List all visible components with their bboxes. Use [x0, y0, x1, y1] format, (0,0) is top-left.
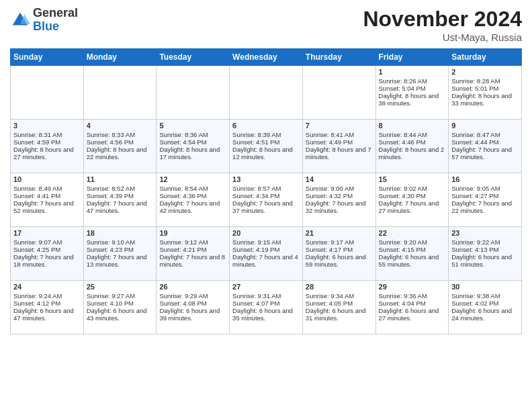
- sunset-text: Sunset: 4:27 PM: [451, 192, 519, 199]
- sunrise-text: Sunrise: 9:34 AM: [306, 292, 373, 300]
- location: Ust-Maya, Russia: [363, 32, 522, 43]
- calendar-cell: 10Sunrise: 8:49 AMSunset: 4:41 PMDayligh…: [11, 173, 84, 227]
- calendar-week-5: 24Sunrise: 9:24 AMSunset: 4:12 PMDayligh…: [11, 281, 522, 334]
- day-number: 10: [13, 175, 81, 183]
- calendar-cell: 7Sunrise: 8:41 AMSunset: 4:49 PMDaylight…: [302, 120, 375, 173]
- calendar-cell: 8Sunrise: 8:44 AMSunset: 4:46 PMDaylight…: [375, 120, 449, 173]
- day-number: 24: [13, 283, 81, 291]
- sunset-text: Sunset: 4:32 PM: [306, 192, 373, 199]
- sunrise-text: Sunrise: 8:44 AM: [379, 131, 446, 138]
- calendar-cell: [230, 66, 303, 120]
- calendar-cell: 18Sunrise: 9:10 AMSunset: 4:23 PMDayligh…: [83, 227, 157, 281]
- sunset-text: Sunset: 4:04 PM: [379, 300, 446, 307]
- day-number: 22: [379, 229, 446, 237]
- day-number: 18: [87, 229, 154, 237]
- col-saturday: Saturday: [449, 49, 522, 66]
- sunrise-text: Sunrise: 8:31 AM: [13, 131, 81, 138]
- sunrise-text: Sunrise: 9:07 AM: [13, 238, 81, 246]
- month-title: November 2024: [363, 7, 522, 32]
- sunrise-text: Sunrise: 8:41 AM: [306, 131, 373, 138]
- daylight-text: Daylight: 7 hours and 32 minutes.: [306, 199, 373, 214]
- day-number: 3: [13, 122, 81, 130]
- calendar-cell: 25Sunrise: 9:27 AMSunset: 4:10 PMDayligh…: [83, 281, 157, 334]
- sunrise-text: Sunrise: 8:28 AM: [451, 77, 519, 85]
- calendar-cell: 6Sunrise: 8:39 AMSunset: 4:51 PMDaylight…: [230, 120, 303, 173]
- sunset-text: Sunset: 4:19 PM: [232, 246, 300, 253]
- daylight-text: Daylight: 6 hours and 27 minutes.: [379, 307, 446, 322]
- sunrise-text: Sunrise: 9:36 AM: [379, 292, 446, 300]
- sunset-text: Sunset: 4:49 PM: [306, 138, 373, 146]
- daylight-text: Daylight: 6 hours and 59 minutes.: [306, 253, 373, 268]
- day-number: 20: [232, 229, 300, 237]
- daylight-text: Daylight: 8 hours and 2 minutes.: [379, 146, 446, 161]
- sunset-text: Sunset: 4:08 PM: [159, 300, 226, 307]
- sunrise-text: Sunrise: 9:24 AM: [13, 292, 81, 300]
- sunset-text: Sunset: 4:10 PM: [87, 300, 154, 307]
- daylight-text: Daylight: 8 hours and 27 minutes.: [13, 146, 81, 161]
- sunrise-text: Sunrise: 8:33 AM: [87, 131, 154, 138]
- calendar-cell: 27Sunrise: 9:31 AMSunset: 4:07 PMDayligh…: [230, 281, 303, 334]
- sunset-text: Sunset: 4:30 PM: [379, 192, 446, 199]
- daylight-text: Daylight: 7 hours and 8 minutes.: [159, 253, 226, 268]
- sunrise-text: Sunrise: 9:17 AM: [306, 238, 373, 246]
- calendar-header-row: Sunday Monday Tuesday Wednesday Thursday…: [11, 49, 522, 66]
- daylight-text: Daylight: 8 hours and 7 minutes.: [306, 146, 373, 161]
- sunset-text: Sunset: 4:05 PM: [306, 300, 373, 307]
- sunrise-text: Sunrise: 9:02 AM: [379, 185, 446, 192]
- calendar-cell: 21Sunrise: 9:17 AMSunset: 4:17 PMDayligh…: [302, 227, 375, 281]
- calendar-cell: 15Sunrise: 9:02 AMSunset: 4:30 PMDayligh…: [375, 173, 449, 227]
- col-tuesday: Tuesday: [157, 49, 230, 66]
- daylight-text: Daylight: 7 hours and 52 minutes.: [13, 199, 81, 214]
- daylight-text: Daylight: 7 hours and 42 minutes.: [159, 199, 226, 214]
- calendar-cell: [302, 66, 375, 120]
- sunset-text: Sunset: 4:23 PM: [87, 246, 154, 253]
- daylight-text: Daylight: 7 hours and 18 minutes.: [13, 253, 81, 268]
- calendar-cell: 16Sunrise: 9:05 AMSunset: 4:27 PMDayligh…: [449, 173, 522, 227]
- calendar-table: Sunday Monday Tuesday Wednesday Thursday…: [10, 48, 522, 334]
- logo-icon: [10, 10, 30, 30]
- calendar-cell: 12Sunrise: 8:54 AMSunset: 4:36 PMDayligh…: [157, 173, 230, 227]
- sunrise-text: Sunrise: 8:26 AM: [379, 77, 446, 85]
- sunrise-text: Sunrise: 9:05 AM: [451, 185, 519, 192]
- col-monday: Monday: [83, 49, 157, 66]
- calendar-cell: [11, 66, 84, 120]
- sunset-text: Sunset: 4:07 PM: [232, 300, 300, 307]
- day-number: 7: [306, 122, 373, 130]
- sunrise-text: Sunrise: 9:00 AM: [306, 185, 373, 192]
- sunrise-text: Sunrise: 9:22 AM: [451, 238, 519, 246]
- day-number: 9: [451, 122, 519, 130]
- calendar-cell: 1Sunrise: 8:26 AMSunset: 5:04 PMDaylight…: [375, 66, 449, 120]
- sunrise-text: Sunrise: 9:38 AM: [451, 292, 519, 300]
- sunset-text: Sunset: 4:15 PM: [379, 246, 446, 253]
- daylight-text: Daylight: 6 hours and 55 minutes.: [379, 253, 446, 268]
- calendar-cell: 11Sunrise: 8:52 AMSunset: 4:39 PMDayligh…: [83, 173, 157, 227]
- calendar-cell: 19Sunrise: 9:12 AMSunset: 4:21 PMDayligh…: [157, 227, 230, 281]
- sunset-text: Sunset: 4:34 PM: [232, 192, 300, 199]
- daylight-text: Daylight: 6 hours and 43 minutes.: [87, 307, 154, 322]
- col-wednesday: Wednesday: [230, 49, 303, 66]
- daylight-text: Daylight: 7 hours and 22 minutes.: [451, 199, 519, 214]
- daylight-text: Daylight: 7 hours and 27 minutes.: [379, 199, 446, 214]
- day-number: 8: [379, 122, 446, 130]
- daylight-text: Daylight: 8 hours and 38 minutes.: [379, 92, 446, 107]
- calendar-week-4: 17Sunrise: 9:07 AMSunset: 4:25 PMDayligh…: [11, 227, 522, 281]
- daylight-text: Daylight: 7 hours and 57 minutes.: [451, 146, 519, 161]
- logo-general-text: General: [33, 6, 78, 19]
- daylight-text: Daylight: 8 hours and 33 minutes.: [451, 92, 519, 107]
- sunrise-text: Sunrise: 9:10 AM: [87, 238, 154, 246]
- daylight-text: Daylight: 7 hours and 47 minutes.: [87, 199, 154, 214]
- sunrise-text: Sunrise: 8:57 AM: [232, 185, 300, 192]
- day-number: 16: [451, 175, 519, 183]
- day-number: 21: [306, 229, 373, 237]
- calendar-cell: 30Sunrise: 9:38 AMSunset: 4:02 PMDayligh…: [449, 281, 522, 334]
- sunrise-text: Sunrise: 9:27 AM: [87, 292, 154, 300]
- daylight-text: Daylight: 6 hours and 35 minutes.: [232, 307, 300, 322]
- day-number: 5: [159, 122, 226, 130]
- sunset-text: Sunset: 5:01 PM: [451, 85, 519, 92]
- col-thursday: Thursday: [302, 49, 375, 66]
- day-number: 13: [232, 175, 300, 183]
- sunset-text: Sunset: 4:25 PM: [13, 246, 81, 253]
- col-friday: Friday: [375, 49, 449, 66]
- calendar-cell: 20Sunrise: 9:15 AMSunset: 4:19 PMDayligh…: [230, 227, 303, 281]
- day-number: 15: [379, 175, 446, 183]
